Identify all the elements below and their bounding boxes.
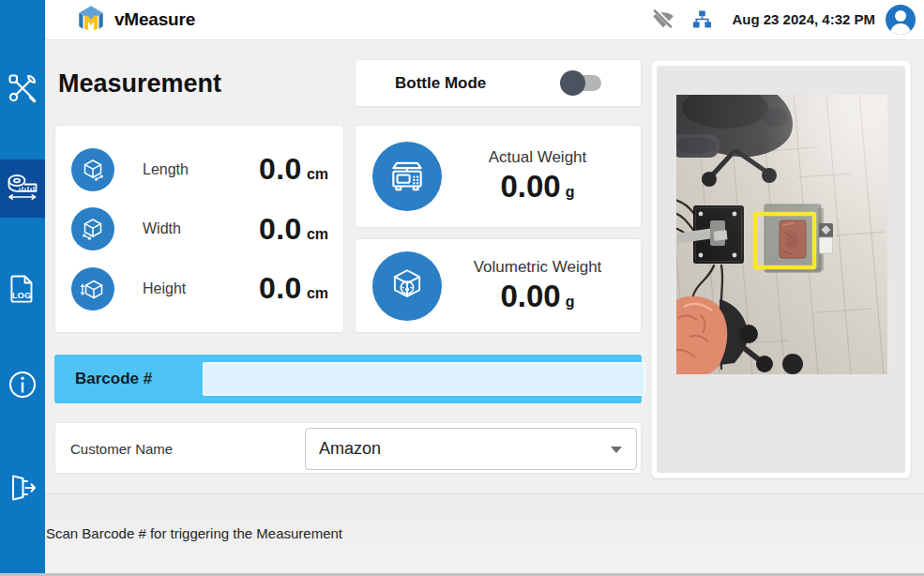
actual-weight-label: Actual Weight	[489, 148, 587, 167]
log-label: LOG	[12, 290, 32, 300]
avatar-head-icon	[895, 10, 906, 22]
height-label: Height	[143, 280, 186, 297]
sidebar-item-log[interactable]: LOG	[0, 263, 45, 315]
barcode-input[interactable]	[203, 362, 645, 396]
camera-panel	[651, 60, 911, 478]
width-unit: cm	[307, 226, 328, 243]
volumetric-cube-gauge-icon	[372, 251, 442, 321]
sidebar-item-measure-active[interactable]	[0, 159, 45, 218]
vmeasure-app: LOG vMea	[0, 0, 924, 576]
vmeasure-logo-icon	[75, 4, 107, 36]
toggle-knob	[560, 70, 585, 96]
dimension-row-length: Length 0.0cm	[55, 148, 343, 191]
weighing-scale-icon	[372, 142, 442, 211]
bottle-mode-card: Bottle Mode	[355, 59, 642, 107]
top-bar: vMeasure Aug 23 2024, 4:32 PM	[45, 0, 924, 40]
customer-selected-value: Amazon	[319, 429, 381, 468]
height-cube-icon	[71, 267, 114, 311]
network-lan-icon	[692, 9, 712, 29]
customer-name-label: Customer Name	[70, 423, 173, 475]
bottle-mode-toggle[interactable]	[562, 75, 601, 91]
app-title: vMeasure	[114, 0, 195, 39]
customer-dropdown[interactable]: Amazon	[305, 428, 637, 470]
page-title: Measurement	[58, 69, 221, 99]
sidebar-item-info[interactable]	[0, 360, 45, 409]
tools-icon	[6, 71, 39, 105]
actual-weight-unit: g	[566, 184, 575, 201]
length-label: Length	[143, 161, 189, 178]
volumetric-weight-label: Volumetric Weight	[474, 258, 602, 277]
log-file-icon: LOG	[6, 272, 39, 306]
wifi-off-icon	[651, 8, 675, 31]
chevron-down-icon	[611, 447, 622, 453]
length-value: 0.0	[259, 152, 302, 187]
exit-icon	[6, 471, 39, 505]
barcode-label: Barcode #	[75, 355, 152, 403]
volumetric-weight-unit: g	[566, 294, 575, 311]
volumetric-weight-card: Volumetric Weight 0.00g	[355, 238, 642, 333]
dimension-row-width: Width 0.0cm	[55, 207, 343, 250]
actual-weight-value: 0.00	[500, 169, 560, 205]
datetime-display: Aug 23 2024, 4:32 PM	[732, 0, 875, 39]
barcode-bar: Barcode #	[54, 355, 642, 403]
sidebar-item-settings[interactable]	[0, 62, 45, 114]
avatar-body-icon	[890, 23, 911, 35]
length-cube-icon	[71, 148, 114, 191]
width-value: 0.0	[259, 212, 302, 247]
length-unit: cm	[307, 166, 328, 183]
width-cube-icon	[71, 207, 114, 250]
camera-feed-image	[676, 95, 887, 374]
height-value: 0.0	[259, 271, 302, 306]
sidebar: LOG	[0, 0, 45, 576]
light-overlay	[676, 95, 887, 374]
scan-hint-text: Scan Barcode # for triggering the Measur…	[46, 525, 342, 541]
info-icon	[6, 368, 39, 402]
width-label: Width	[143, 220, 181, 237]
actual-weight-card: Actual Weight 0.00g	[355, 125, 642, 228]
height-unit: cm	[307, 285, 328, 302]
sidebar-item-logout[interactable]	[0, 462, 45, 514]
user-avatar[interactable]	[886, 5, 916, 35]
customer-card: Customer Name Amazon	[54, 422, 642, 474]
dimension-row-height: Height 0.0cm	[55, 267, 343, 311]
bottle-mode-label: Bottle Mode	[395, 74, 486, 93]
measuring-tape-icon	[6, 172, 39, 205]
dimensions-card: Length 0.0cm Width 0.0cm Height 0.0cm	[54, 125, 344, 333]
volumetric-weight-value: 0.00	[500, 279, 560, 314]
